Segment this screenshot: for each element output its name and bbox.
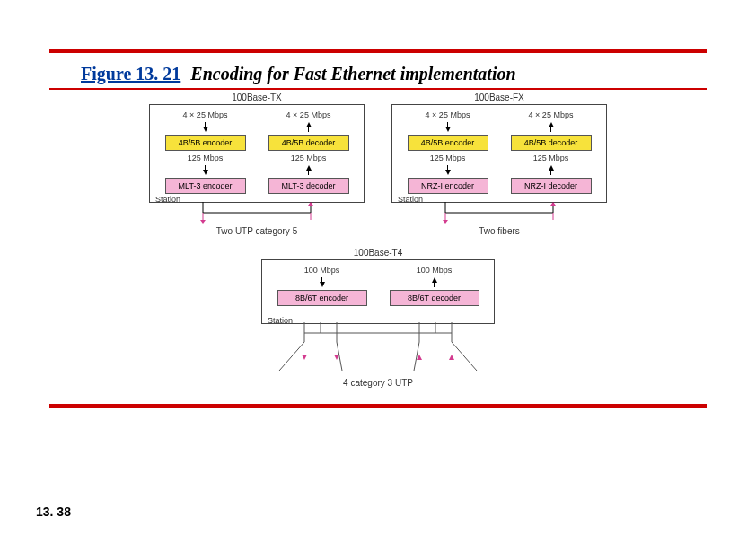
- fx-rate-in-left: 4 × 25 Mbps: [426, 110, 470, 119]
- tx-mlt3-decoder: MLT-3 decoder: [268, 178, 349, 194]
- figure-title: Encoding for Fast Ethernet implementatio…: [190, 64, 515, 83]
- arrow-down-icon: [445, 165, 451, 175]
- connector-icon: [149, 200, 365, 224]
- tx-media-label: Two UTP category 5: [216, 226, 297, 236]
- arrow-up-icon: [549, 165, 554, 175]
- tx-encoder-column: 4 × 25 Mbps 4B/5B encoder 125 Mbps MLT-3…: [159, 110, 251, 197]
- diagrams-area: 100Base-TX 4 × 25 Mbps 4B/5B encoder 125…: [0, 104, 756, 388]
- t4-rate-in-right: 100 Mbps: [417, 266, 453, 275]
- panel-title-t4: 100Base-T4: [354, 248, 402, 258]
- svg-marker-7: [449, 355, 454, 360]
- t4-connector: [261, 324, 495, 374]
- svg-marker-2: [443, 220, 448, 224]
- svg-marker-3: [550, 202, 556, 206]
- tx-mlt3-encoder: MLT-3 encoder: [165, 178, 246, 194]
- svg-marker-6: [417, 355, 422, 360]
- fx-media-label: Two fibers: [479, 226, 520, 236]
- tx-4b5b-decoder: 4B/5B decoder: [268, 135, 349, 151]
- arrow-down-icon: [445, 122, 451, 132]
- svg-marker-4: [302, 355, 307, 360]
- tx-rate-mid-left: 125 Mbps: [188, 153, 224, 162]
- tx-connector: [149, 203, 365, 223]
- fx-4b5b-decoder: 4B/5B decoder: [511, 135, 592, 151]
- svg-marker-5: [334, 355, 339, 360]
- fx-4b5b-encoder: 4B/5B encoder: [408, 135, 488, 151]
- t4-rate-in-left: 100 Mbps: [304, 266, 340, 275]
- arrow-up-icon: [306, 122, 312, 132]
- unit-100base-fx: 100Base-FX 4 × 25 Mbps 4B/5B encoder 125…: [391, 104, 607, 236]
- t4-connector-icon: [261, 320, 495, 373]
- t4-8b6t-decoder: 8B/6T decoder: [390, 290, 479, 306]
- tx-4b5b-encoder: 4B/5B encoder: [165, 135, 246, 151]
- svg-marker-0: [200, 220, 206, 224]
- fx-rate-in-right: 4 × 25 Mbps: [529, 110, 574, 119]
- connector-icon: [391, 200, 607, 224]
- arrow-up-icon: [432, 277, 437, 287]
- panel-title-tx: 100Base-TX: [232, 92, 282, 102]
- tx-rate-in-right: 4 × 25 Mbps: [286, 110, 331, 119]
- panel-100base-tx: 100Base-TX 4 × 25 Mbps 4B/5B encoder 125…: [149, 104, 365, 203]
- unit-100base-t4: 100Base-T4 100 Mbps 8B/6T encoder 100 Mb…: [261, 259, 495, 388]
- tx-rate-in-left: 4 × 25 Mbps: [183, 110, 228, 119]
- arrow-down-icon: [203, 165, 208, 175]
- arrow-up-icon: [549, 122, 554, 132]
- fx-rate-mid-left: 125 Mbps: [430, 153, 466, 162]
- tx-decoder-column: 4 × 25 Mbps 4B/5B decoder 125 Mbps MLT-3…: [262, 110, 355, 197]
- panel-100base-t4: 100Base-T4 100 Mbps 8B/6T encoder 100 Mb…: [261, 259, 495, 324]
- fx-encoder-column: 4 × 25 Mbps 4B/5B encoder 125 Mbps NRZ-I…: [401, 110, 494, 197]
- fx-nrzi-decoder: NRZ-I decoder: [511, 178, 592, 194]
- fx-connector: [391, 203, 607, 223]
- page-number: 13. 38: [36, 504, 71, 519]
- top-red-bar: [49, 49, 707, 53]
- tx-rate-mid-right: 125 Mbps: [291, 153, 327, 162]
- panel-title-fx: 100Base-FX: [474, 92, 524, 102]
- figure-number: Figure 13. 21: [81, 64, 180, 83]
- arrow-down-icon: [320, 277, 325, 287]
- unit-100base-tx: 100Base-TX 4 × 25 Mbps 4B/5B encoder 125…: [149, 104, 365, 236]
- top-row: 100Base-TX 4 × 25 Mbps 4B/5B encoder 125…: [149, 104, 607, 236]
- fx-nrzi-encoder: NRZ-I encoder: [408, 178, 488, 194]
- fx-decoder-column: 4 × 25 Mbps 4B/5B decoder 125 Mbps NRZ-I…: [505, 110, 597, 197]
- panel-100base-fx: 100Base-FX 4 × 25 Mbps 4B/5B encoder 125…: [391, 104, 607, 203]
- t4-encoder-column: 100 Mbps 8B/6T encoder: [271, 266, 373, 318]
- t4-media-label: 4 category 3 UTP: [343, 378, 413, 388]
- t4-decoder-column: 100 Mbps 8B/6T decoder: [383, 266, 485, 318]
- figure-heading: Figure 13. 21 Encoding for Fast Ethernet…: [81, 64, 756, 84]
- svg-marker-1: [308, 202, 313, 206]
- t4-8b6t-encoder: 8B/6T encoder: [277, 290, 367, 306]
- mid-red-bar: [49, 88, 707, 90]
- arrow-down-icon: [203, 122, 208, 132]
- arrow-up-icon: [306, 165, 312, 175]
- fx-rate-mid-right: 125 Mbps: [533, 153, 569, 162]
- bottom-red-bar: [49, 404, 707, 408]
